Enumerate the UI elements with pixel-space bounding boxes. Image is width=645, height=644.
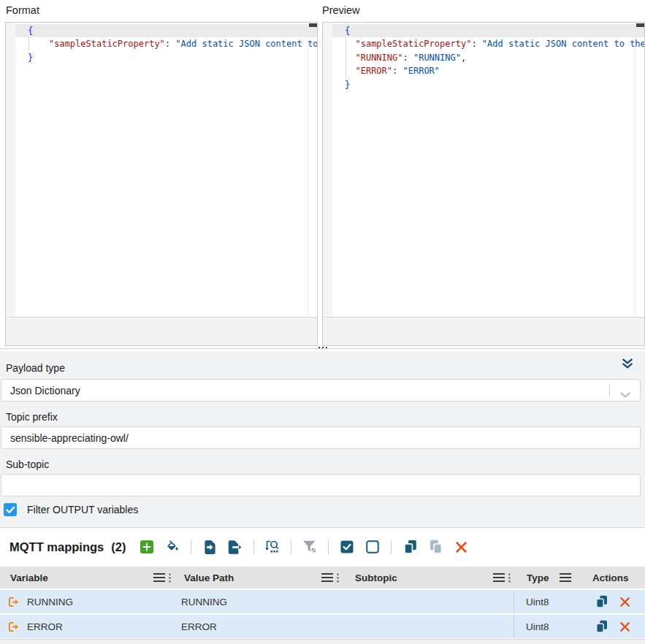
splitter-grip-icon[interactable] [0, 347, 645, 348]
copy-icon [595, 595, 608, 608]
chevron-down-icon [620, 388, 630, 400]
mappings-title: MQTT mappings [9, 540, 104, 554]
sub-topic-input[interactable] [1, 474, 641, 497]
column-resize-handle-icon[interactable] [508, 573, 511, 585]
paste-icon [429, 540, 443, 554]
column-header-type[interactable]: Type [514, 567, 577, 589]
copy-selected-button[interactable] [402, 540, 417, 554]
column-menu-icon[interactable] [321, 573, 333, 582]
import-mappings-button[interactable] [202, 540, 217, 554]
column-header-variable[interactable]: Variable [0, 567, 174, 589]
type-cell: Uint8 [526, 621, 549, 632]
scrollbar-thumb[interactable] [636, 23, 644, 27]
browse-variables-button[interactable] [265, 540, 280, 554]
paint-bucket-icon [166, 540, 180, 554]
output-variable-icon [7, 621, 20, 633]
toolbar-divider [191, 540, 191, 554]
column-menu-icon[interactable] [153, 573, 165, 582]
mappings-table-header: Variable Value Path Subtopic [0, 567, 645, 589]
column-header-actions: Actions [577, 567, 645, 589]
table-footer-strip [0, 639, 645, 644]
preview-json-editor[interactable]: { "sampleStaticProperty": "Add static JS… [322, 22, 645, 346]
value-path-cell: RUNNING [181, 597, 227, 607]
deselect-all-button[interactable] [365, 540, 380, 554]
import-file-icon [204, 540, 216, 554]
double-chevron-down-icon [621, 357, 634, 370]
output-variable-icon [7, 596, 20, 608]
topic-prefix-input[interactable]: sensible-appreciating-owl/ [1, 426, 641, 449]
column-header-subtopic[interactable]: Subtopic [342, 567, 514, 589]
splitter-line [0, 348, 645, 349]
column-label: Value Path [184, 572, 234, 583]
format-json-editor[interactable]: { "sampleStaticProperty": "Add static JS… [5, 22, 318, 346]
filter-output-label: Filter OUTPUT variables [27, 504, 138, 515]
checked-checkbox-icon [340, 540, 354, 553]
delete-x-icon [455, 541, 467, 553]
check-icon [6, 506, 15, 514]
mappings-toolbar: MQTT mappings (2) [9, 537, 468, 557]
indent-guide [346, 37, 346, 77]
unchecked-checkbox-icon [366, 540, 379, 553]
editor-footer [6, 317, 317, 345]
select-all-button[interactable] [340, 540, 354, 554]
toolbar-divider [253, 540, 254, 554]
preview-code-area[interactable]: { "sampleStaticProperty": "Add static JS… [332, 24, 644, 91]
sub-topic-label: Sub-topic [6, 459, 49, 470]
mappings-count: (2) [111, 540, 126, 554]
variable-cell: ERROR [27, 621, 63, 632]
copy-icon [595, 620, 608, 633]
column-resize-handle-icon[interactable] [337, 573, 339, 585]
export-mappings-button[interactable] [228, 540, 243, 554]
delete-x-icon [619, 621, 630, 632]
filter-output-checkbox[interactable] [4, 503, 17, 516]
column-label: Type [527, 572, 549, 583]
editor-vertical-scrollbar[interactable] [308, 23, 317, 317]
format-code-area[interactable]: { "sampleStaticProperty": "Add static JS… [15, 24, 317, 64]
column-label: Subtopic [355, 572, 397, 583]
delete-selected-button[interactable] [454, 540, 468, 554]
plus-icon [140, 540, 153, 553]
column-resize-handle-icon[interactable] [169, 573, 171, 585]
toolbar-divider [291, 540, 291, 554]
preview-pane-title: Preview [322, 4, 360, 16]
topic-prefix-label: Topic prefix [6, 411, 58, 423]
clear-mappings-button[interactable] [165, 540, 180, 554]
delete-row-button[interactable] [619, 621, 630, 632]
payload-type-value: Json Dictionary [10, 385, 80, 396]
delete-row-button[interactable] [619, 597, 630, 607]
copy-row-button[interactable] [595, 595, 608, 608]
mapping-row[interactable]: ERROR ERROR Uint8 [0, 615, 645, 638]
toolbar-divider [328, 540, 329, 554]
collapse-section-button[interactable] [621, 357, 636, 372]
add-mapping-button[interactable] [140, 540, 154, 554]
value-path-cell: ERROR [181, 621, 217, 632]
variable-cell: RUNNING [27, 597, 73, 607]
payload-type-select[interactable]: Json Dictionary [1, 379, 641, 402]
delete-x-icon [619, 597, 630, 607]
editor-gutter [6, 23, 15, 317]
column-label: Actions [592, 572, 629, 583]
mapping-row[interactable]: RUNNING RUNNING Uint8 [0, 590, 645, 613]
column-header-value-path[interactable]: Value Path [174, 567, 342, 589]
filter-off-button[interactable] [302, 540, 317, 554]
mappings-table-body: RUNNING RUNNING Uint8 [0, 590, 645, 640]
scrollbar-thumb[interactable] [309, 23, 317, 27]
filter-off-icon [302, 540, 317, 553]
topic-prefix-value: sensible-appreciating-owl/ [10, 432, 129, 444]
indent-guide [28, 37, 29, 50]
copy-icon [403, 540, 417, 554]
column-label: Variable [10, 572, 48, 583]
type-cell: Uint8 [526, 597, 549, 607]
select-divider [609, 384, 610, 396]
export-file-icon [228, 540, 243, 554]
mqtt-settings-section: Payload type Json Dictionary Topic prefi… [0, 351, 645, 644]
mqtt-mappings-card: MQTT mappings (2) [0, 527, 645, 644]
column-menu-icon[interactable] [493, 573, 505, 582]
filter-output-variables-row: Filter OUTPUT variables [4, 503, 138, 516]
copy-row-button[interactable] [595, 620, 608, 633]
paste-mappings-button[interactable] [428, 540, 443, 554]
toolbar-divider [391, 540, 392, 554]
editor-vertical-scrollbar[interactable] [635, 23, 644, 317]
column-menu-icon[interactable] [560, 573, 571, 582]
horizontal-splitter[interactable] [0, 346, 645, 351]
